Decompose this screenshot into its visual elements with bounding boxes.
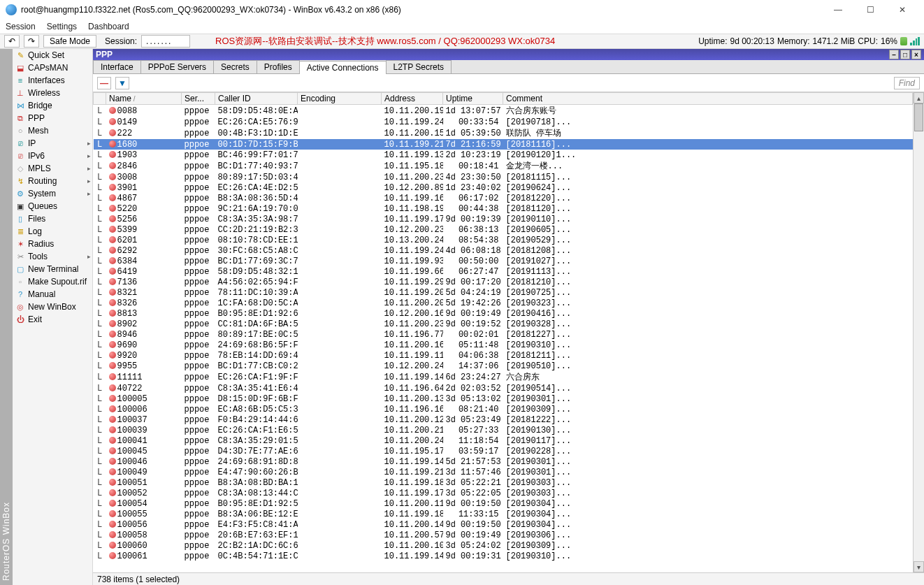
vertical-scrollbar[interactable]: ▴ ▾ (913, 92, 924, 572)
table-row[interactable]: L9920pppoe78:EB:14:DD:69:4F10.11.199.115… (94, 350, 913, 361)
remove-button[interactable]: — (97, 77, 111, 89)
table-row[interactable]: L8813pppoeB0:95:8E:D1:92:6910.12.200.169… (94, 308, 913, 319)
menu-settings[interactable]: Settings (47, 22, 77, 31)
table-row[interactable]: L3901pppoeEC:26:CA:4E:D2:5910.12.200.891… (94, 182, 913, 193)
table-row[interactable]: L8321pppoe78:11:DC:10:39:A110.11.199.206… (94, 287, 913, 298)
sidebar-item-routing[interactable]: ↯Routing▸ (13, 175, 92, 187)
table-row[interactable]: L100058pppoe20:6B:E7:63:EF:1C10.11.200.5… (94, 530, 913, 540)
column-header[interactable] (94, 93, 106, 105)
table-row[interactable]: L1680pppoe00:1D:7D:15:F9:BE10.11.199.217… (94, 139, 913, 150)
sidebar-item-capsman[interactable]: ⬓CAPsMAN (13, 62, 92, 74)
tab-active-connections[interactable]: Active Connections (299, 61, 387, 74)
sidebar-item-log[interactable]: ≣Log (13, 225, 92, 238)
table-row[interactable]: L5256pppoeC8:3A:35:3A:98:7010.11.199.177… (94, 214, 913, 224)
column-header[interactable]: Name (106, 93, 182, 105)
sidebar-item-files[interactable]: ▯Files (13, 212, 92, 225)
tab-profiles[interactable]: Profiles (257, 60, 300, 73)
panel-maximize-button[interactable]: □ (900, 50, 910, 59)
scroll-thumb[interactable] (914, 103, 923, 131)
table-row[interactable]: L100055pppoeB8:3A:06:BE:12:E010.11.199.1… (94, 509, 913, 519)
table-row[interactable]: L100054pppoeB0:95:8E:D1:92:5310.11.200.1… (94, 498, 913, 509)
sidebar-item-system[interactable]: ⚙System▸ (13, 187, 92, 200)
sidebar-item-tools[interactable]: ✂Tools▸ (13, 250, 92, 263)
table-row[interactable]: L100006pppoeEC:A8:6B:D5:C5:3410.11.196.1… (94, 404, 913, 414)
sidebar-item-wireless[interactable]: ⊥Wireless (13, 87, 92, 99)
table-row[interactable]: L100046pppoe24:69:68:91:8D:8510.11.199.1… (94, 456, 913, 467)
panel-minimize-button[interactable]: – (889, 50, 899, 59)
table-row[interactable]: L40722pppoeC8:3A:35:41:E6:4010.11.196.64… (94, 383, 913, 393)
table-row[interactable]: L100060pppoe2C:B2:1A:DC:6C:6810.11.200.1… (94, 540, 913, 551)
table-row[interactable]: L5399pppoeCC:2D:21:19:B2:3810.12.200.230… (94, 224, 913, 235)
scroll-up-button[interactable]: ▴ (914, 92, 924, 103)
table-row[interactable]: L100056pppoeE4:F3:F5:C8:41:AD10.11.200.1… (94, 519, 913, 530)
table-row[interactable]: L0149pppoeEC:26:CA:E5:76:9D10.11.199.244… (94, 117, 913, 127)
table-row[interactable]: L100061pppoe0C:4B:54:71:1E:C410.11.199.1… (94, 551, 913, 561)
redo-button[interactable]: ↷ (24, 35, 39, 48)
session-value[interactable]: ....... (141, 35, 190, 48)
column-header[interactable]: Comment (503, 93, 913, 105)
column-header[interactable]: Ser... (182, 93, 215, 105)
sidebar-item-make-supout-rif[interactable]: ▫Make Supout.rif (13, 275, 92, 288)
sidebar-item-ppp[interactable]: ⧉PPP (13, 112, 92, 124)
table-row[interactable]: L3008pppoe80:89:17:5D:03:4B10.11.200.234… (94, 172, 913, 182)
table-row[interactable]: L100052pppoeC8:3A:08:13:44:C010.11.199.1… (94, 488, 913, 498)
table-row[interactable]: L100041pppoeC8:3A:35:29:01:5010.11.200.2… (94, 435, 913, 446)
table-row[interactable]: L0088pppoe58:D9:D5:48:0E:A810.11.200.194… (94, 105, 913, 117)
sidebar-item-exit[interactable]: ⏻Exit (13, 313, 92, 326)
table-row[interactable]: L9690pppoe24:69:68:B6:5F:F510.11.200.163… (94, 340, 913, 350)
table-row[interactable]: L100045pppoeD4:3D:7E:77:AE:6C10.11.195.1… (94, 446, 913, 456)
sidebar-item-ipv6[interactable]: ⎚IPv6▸ (13, 150, 92, 162)
filter-button[interactable]: ▼ (115, 77, 129, 89)
table-row[interactable]: L8946pppoe80:89:17:BE:0C:5B10.11.196.770… (94, 329, 913, 340)
grid[interactable]: NameSer...Caller IDEncodingAddressUptime… (93, 92, 913, 572)
table-row[interactable]: L6419pppoe58:D9:D5:48:32:1010.11.199.660… (94, 266, 913, 277)
sidebar-item-manual[interactable]: ?Manual (13, 288, 92, 301)
table-row[interactable]: L5220pppoe9C:21:6A:19:70:0710.11.198.193… (94, 203, 913, 214)
table-row[interactable]: L4867pppoeB8:3A:08:36:5D:4810.11.199.161… (94, 193, 913, 203)
sidebar-item-new-winbox[interactable]: ◎New WinBox (13, 301, 92, 313)
table-row[interactable]: L8902pppoeCC:81:DA:6F:BA:5010.11.200.237… (94, 319, 913, 329)
table-row[interactable]: L8326pppoe1C:FA:68:D0:5C:A910.11.200.208… (94, 298, 913, 308)
safe-mode-button[interactable]: Safe Mode (43, 35, 96, 48)
maximize-button[interactable]: ☐ (854, 0, 886, 20)
sidebar-item-interfaces[interactable]: ≡Interfaces (13, 74, 92, 87)
panel-close-button[interactable]: × (911, 50, 921, 59)
tab-interface[interactable]: Interface (93, 60, 141, 73)
column-header[interactable]: Address (382, 93, 443, 105)
sidebar-item-mpls[interactable]: ◇MPLS▸ (13, 162, 92, 175)
sidebar-item-quick-set[interactable]: ✎Quick Set (13, 49, 92, 62)
table-row[interactable]: L6292pppoe30:FC:68:C5:A8:C410.11.199.249… (94, 245, 913, 256)
tab-l2tp-secrets[interactable]: L2TP Secrets (386, 60, 452, 73)
sidebar-item-radius[interactable]: ✶Radius (13, 238, 92, 250)
tab-secrets[interactable]: Secrets (213, 60, 257, 73)
table-row[interactable]: L6201pppoe08:10:78:CD:EE:1110.13.200.240… (94, 235, 913, 245)
vertical-tab[interactable]: RouterOS WinBox (0, 49, 13, 585)
table-row[interactable]: L2846pppoeBC:D1:77:40:93:7110.11.195.187… (94, 160, 913, 172)
sidebar-item-queues[interactable]: ▣Queues (13, 200, 92, 212)
table-row[interactable]: L100051pppoeB8:3A:08:BD:BA:1810.11.199.1… (94, 477, 913, 488)
sidebar-item-mesh[interactable]: ○Mesh (13, 124, 92, 137)
table-row[interactable]: L11111pppoeEC:26:CA:F1:9F:F710.11.199.14… (94, 371, 913, 383)
sidebar-item-bridge[interactable]: ⋈Bridge (13, 99, 92, 112)
sidebar-item-new-terminal[interactable]: ▢New Terminal (13, 263, 92, 275)
table-row[interactable]: L7136pppoeA4:56:02:65:94:FC10.11.199.299… (94, 277, 913, 287)
menu-dashboard[interactable]: Dashboard (88, 22, 129, 31)
scroll-down-button[interactable]: ▾ (914, 561, 924, 572)
table-row[interactable]: L6384pppoeBC:D1:77:69:3C:7B10.11.199.930… (94, 256, 913, 266)
menu-session[interactable]: Session (6, 22, 36, 31)
minimize-button[interactable]: — (822, 0, 854, 20)
column-header[interactable]: Encoding (298, 93, 382, 105)
column-header[interactable]: Uptime (443, 93, 503, 105)
undo-button[interactable]: ↶ (4, 35, 20, 48)
find-input[interactable]: Find (894, 77, 920, 89)
table-row[interactable]: L100049pppoeE4:47:90:60:26:B210.11.199.2… (94, 467, 913, 477)
table-row[interactable]: L222pppoe00:4B:F3:1D:1D:E310.11.200.1561… (94, 127, 913, 139)
column-header[interactable]: Caller ID (215, 93, 298, 105)
table-row[interactable]: L100037pppoeF0:B4:29:14:44:6310.11.200.1… (94, 414, 913, 425)
table-row[interactable]: L1903pppoeBC:46:99:F7:01:7910.11.199.137… (94, 150, 913, 160)
table-row[interactable]: L100039pppoeEC:26:CA:F1:E6:5310.11.200.2… (94, 425, 913, 435)
table-row[interactable]: L9955pppoeBC:D1:77:CB:C0:2310.12.200.244… (94, 361, 913, 371)
sidebar-item-ip[interactable]: ⎚IP▸ (13, 137, 92, 150)
close-button[interactable]: ✕ (886, 0, 918, 20)
table-row[interactable]: L100005pppoeD8:15:0D:9F:6B:F510.11.200.1… (94, 393, 913, 404)
